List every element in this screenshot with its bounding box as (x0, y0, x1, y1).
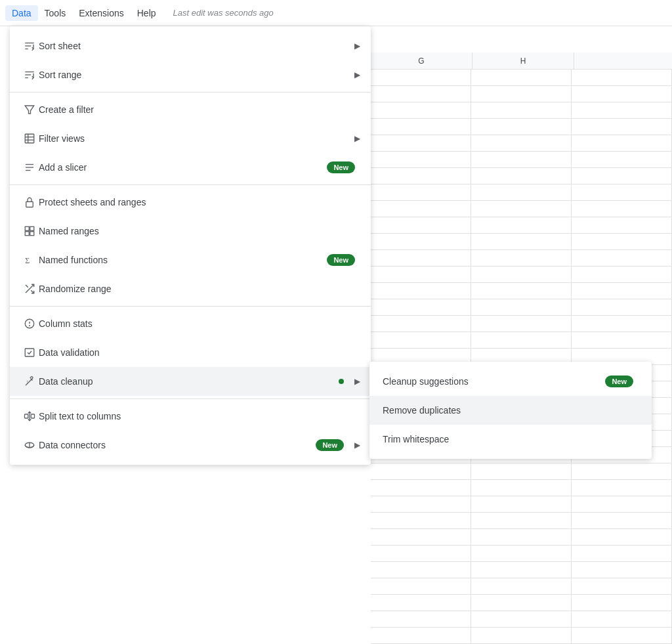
grid-cell[interactable] (371, 316, 471, 332)
grid-cell[interactable] (572, 86, 672, 102)
grid-cell[interactable] (371, 70, 471, 86)
grid-cell[interactable] (572, 480, 672, 496)
grid-cell[interactable] (572, 332, 672, 349)
menu-item-data-connectors[interactable]: Data connectors New ▶ (10, 431, 371, 460)
grid-cell[interactable] (371, 267, 471, 283)
grid-cell[interactable] (572, 463, 672, 480)
grid-cell[interactable] (471, 168, 572, 184)
grid-cell[interactable] (572, 496, 672, 513)
grid-cell[interactable] (572, 267, 672, 283)
submenu-item-remove-duplicates[interactable]: Remove duplicates (369, 396, 652, 425)
grid-cell[interactable] (471, 102, 572, 119)
grid-cell[interactable] (572, 595, 672, 611)
grid-cell[interactable] (471, 480, 572, 496)
grid-cell[interactable] (471, 267, 572, 283)
menu-extensions[interactable]: Extensions (72, 5, 130, 21)
grid-cell[interactable] (572, 513, 672, 529)
menu-item-data-validation[interactable]: Data validation (10, 338, 371, 367)
grid-cell[interactable] (471, 184, 572, 201)
grid-cell[interactable] (471, 463, 572, 480)
grid-cell[interactable] (572, 529, 672, 546)
menu-tools[interactable]: Tools (38, 5, 73, 21)
menu-item-protect-sheets[interactable]: Protect sheets and ranges (10, 188, 371, 217)
grid-cell[interactable] (471, 152, 572, 168)
grid-cell[interactable] (371, 496, 471, 513)
grid-cell[interactable] (572, 283, 672, 299)
grid-cell[interactable] (471, 316, 572, 332)
grid-cell[interactable] (371, 529, 471, 546)
submenu-item-trim-whitespace[interactable]: Trim whitespace (369, 425, 652, 454)
menu-item-split-text[interactable]: Split text to columns (10, 402, 371, 431)
menu-item-named-functions[interactable]: Σ Named functions New (10, 246, 371, 274)
grid-cell[interactable] (371, 513, 471, 529)
grid-cell[interactable] (572, 562, 672, 578)
menu-item-named-ranges[interactable]: Named ranges (10, 217, 371, 246)
grid-cell[interactable] (371, 299, 471, 316)
grid-cell[interactable] (471, 529, 572, 546)
grid-cell[interactable] (572, 70, 672, 86)
grid-cell[interactable] (471, 595, 572, 611)
grid-cell[interactable] (572, 299, 672, 316)
menu-item-sort-sheet[interactable]: Sort sheet ▶ (10, 32, 371, 60)
grid-cell[interactable] (371, 611, 471, 628)
grid-cell[interactable] (371, 546, 471, 562)
grid-cell[interactable] (471, 234, 572, 250)
grid-cell[interactable] (371, 332, 471, 349)
menu-item-randomize-range[interactable]: Randomize range (10, 274, 371, 303)
grid-cell[interactable] (572, 119, 672, 135)
grid-cell[interactable] (572, 628, 672, 644)
grid-cell[interactable] (471, 250, 572, 267)
grid-cell[interactable] (371, 102, 471, 119)
grid-cell[interactable] (371, 234, 471, 250)
menu-item-column-stats[interactable]: Column stats (10, 309, 371, 338)
menu-item-sort-range[interactable]: Sort range ▶ (10, 60, 371, 89)
grid-cell[interactable] (471, 299, 572, 316)
grid-cell[interactable] (371, 250, 471, 267)
grid-cell[interactable] (471, 283, 572, 299)
grid-cell[interactable] (572, 184, 672, 201)
grid-cell[interactable] (572, 168, 672, 184)
grid-cell[interactable] (371, 562, 471, 578)
grid-cell[interactable] (471, 86, 572, 102)
grid-cell[interactable] (572, 217, 672, 234)
grid-cell[interactable] (572, 316, 672, 332)
grid-cell[interactable] (572, 201, 672, 217)
grid-cell[interactable] (371, 463, 471, 480)
grid-cell[interactable] (572, 102, 672, 119)
grid-cell[interactable] (471, 578, 572, 595)
grid-cell[interactable] (371, 86, 471, 102)
menu-item-add-slicer[interactable]: Add a slicer New (10, 153, 371, 182)
grid-cell[interactable] (371, 135, 471, 152)
menu-item-data-cleanup[interactable]: Data cleanup ▶ Cleanup suggestions New R… (10, 367, 371, 396)
grid-cell[interactable] (371, 184, 471, 201)
submenu-item-cleanup-suggestions[interactable]: Cleanup suggestions New (369, 367, 652, 396)
grid-cell[interactable] (371, 168, 471, 184)
grid-cell[interactable] (572, 611, 672, 628)
grid-cell[interactable] (371, 480, 471, 496)
grid-cell[interactable] (371, 283, 471, 299)
grid-cell[interactable] (471, 546, 572, 562)
grid-cell[interactable] (371, 628, 471, 644)
grid-cell[interactable] (572, 135, 672, 152)
grid-cell[interactable] (471, 611, 572, 628)
grid-cell[interactable] (371, 201, 471, 217)
grid-cell[interactable] (572, 578, 672, 595)
grid-cell[interactable] (572, 250, 672, 267)
grid-cell[interactable] (572, 234, 672, 250)
grid-cell[interactable] (572, 546, 672, 562)
grid-cell[interactable] (471, 628, 572, 644)
grid-cell[interactable] (371, 217, 471, 234)
grid-cell[interactable] (471, 562, 572, 578)
grid-cell[interactable] (471, 513, 572, 529)
grid-cell[interactable] (471, 201, 572, 217)
grid-cell[interactable] (371, 119, 471, 135)
grid-cell[interactable] (572, 152, 672, 168)
grid-cell[interactable] (471, 70, 572, 86)
grid-cell[interactable] (471, 332, 572, 349)
grid-cell[interactable] (471, 217, 572, 234)
grid-cell[interactable] (471, 135, 572, 152)
grid-cell[interactable] (371, 152, 471, 168)
grid-cell[interactable] (471, 119, 572, 135)
grid-cell[interactable] (471, 496, 572, 513)
menu-help[interactable]: Help (131, 5, 163, 21)
